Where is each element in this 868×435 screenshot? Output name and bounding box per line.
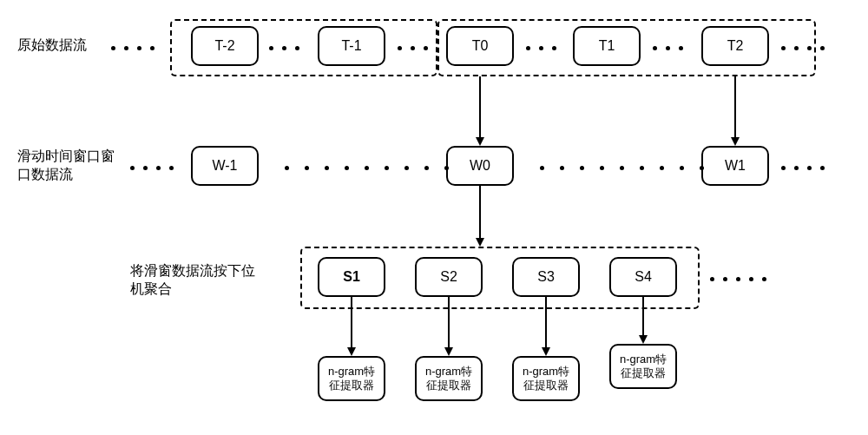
node-S2: S2 [415,257,483,297]
node-extractor-3: n-gram特 征提取器 [512,356,580,401]
dots [540,163,704,172]
dots [269,43,299,52]
dots [653,43,683,52]
dots [398,43,428,52]
node-S3: S3 [512,257,580,297]
node-extractor-2: n-gram特 征提取器 [415,356,483,401]
node-W0: W0 [446,146,514,186]
node-extractor-4: n-gram特 征提取器 [609,344,677,389]
dots [130,163,174,172]
dots [285,163,449,172]
node-extractor-1: n-gram特 征提取器 [318,356,385,401]
dots [781,43,825,52]
node-Tminus2: T-2 [191,26,259,66]
node-Tminus1: T-1 [318,26,385,66]
node-T2: T2 [701,26,769,66]
dots [111,43,155,52]
node-T1: T1 [573,26,641,66]
diagram-canvas: 原始数据流 T-2 T-1 T0 T1 T2 滑动时间窗口窗 口数据流 W-1 … [17,17,851,418]
dots [526,43,556,52]
node-S1: S1 [318,257,385,297]
row3-label: 将滑窗数据流按下位 机聚合 [130,262,255,299]
row2-label: 滑动时间窗口窗 口数据流 [17,148,115,184]
row1-label: 原始数据流 [17,36,87,55]
node-Wminus1: W-1 [191,146,259,186]
dots [781,163,825,172]
node-W1: W1 [701,146,769,186]
dots [710,274,766,283]
node-T0: T0 [446,26,514,66]
node-S4: S4 [609,257,677,297]
